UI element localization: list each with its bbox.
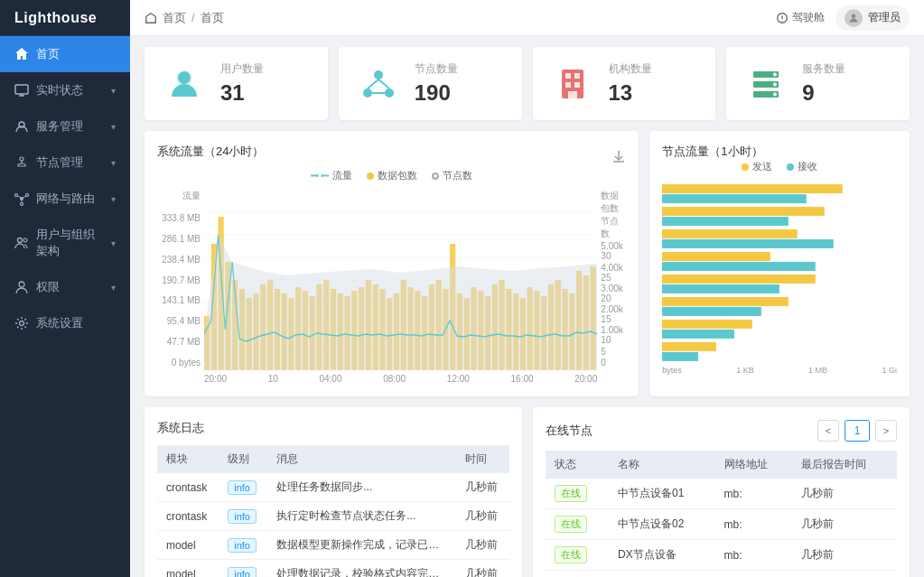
table-row: model info 处理数据记录，校验格式内容完整性... 几秒前 [157, 560, 509, 578]
svg-rect-117 [662, 330, 734, 339]
arrow-icon: ▾ [111, 238, 116, 248]
svg-rect-105 [662, 194, 807, 203]
svg-rect-30 [574, 82, 580, 88]
svg-rect-119 [662, 352, 698, 361]
home-icon [14, 47, 29, 61]
svg-rect-113 [662, 284, 779, 293]
stats-row: 用户数量 31 节点数量 [145, 47, 910, 120]
svg-point-19 [178, 71, 191, 84]
stat-icon-orgs [551, 62, 594, 106]
arrow-icon: ▾ [111, 122, 116, 132]
sidebar-item-realtime[interactable]: 实时状态 ▾ [0, 72, 130, 108]
log-table: 模块 级别 消息 时间 crontask info 处理任务数据同步... 几秒… [157, 445, 509, 577]
node-flow-svg [662, 181, 897, 361]
svg-rect-107 [662, 217, 789, 226]
sidebar-item-node[interactable]: 节点管理 ▾ [0, 144, 130, 181]
svg-rect-114 [662, 297, 789, 306]
stat-card-orgs: 机构数量 13 [533, 47, 716, 120]
node-icon [14, 155, 29, 170]
stat-icon-services [744, 62, 788, 106]
svg-rect-29 [565, 82, 571, 88]
svg-line-24 [378, 79, 389, 88]
nodes-table: 状态 名称 网络地址 最后报告时间 在线 中节点设备01 mb: 几秒前 在线 … [546, 451, 898, 577]
flow-legend: 流量 数据包数 节点数 [157, 169, 626, 182]
sidebar-item-network[interactable]: 网络与路由 ▾ [0, 181, 130, 217]
system-log-card: 系统日志 模块 级别 消息 时间 crontask info 处理任务数据同步.… [145, 407, 522, 577]
svg-rect-104 [662, 184, 843, 193]
stat-card-services: 服务数量 9 [726, 47, 910, 120]
sidebar-item-service[interactable]: 服务管理 ▾ [0, 108, 130, 144]
sidebar: Lighthouse 首页 实时状态 ▾ 服务管理 ▾ 节点管理 ▾ 网络与路由… [0, 0, 130, 577]
page-content: 用户数量 31 节点数量 [130, 36, 924, 577]
sidebar-item-users[interactable]: 用户与组织架构 ▾ [0, 217, 130, 269]
svg-point-39 [318, 174, 322, 177]
users-icon [14, 236, 29, 250]
sidebar-item-home[interactable]: 首页 [0, 36, 130, 72]
monitor-icon [14, 83, 29, 98]
svg-rect-28 [574, 73, 580, 79]
avatar [845, 9, 863, 27]
arrow-icon: ▾ [111, 86, 116, 96]
node-legend: 发送 接收 [662, 160, 897, 173]
admin-menu[interactable]: 管理员 [835, 5, 910, 31]
svg-line-10 [23, 196, 26, 198]
svg-point-17 [852, 14, 856, 18]
system-flow-chart: 系统流量（24小时） 流量 数据包数 节点数 [145, 131, 639, 396]
cockpit-button[interactable]: 驾驶舱 [776, 10, 825, 25]
breadcrumb-icon [145, 12, 157, 24]
svg-line-23 [368, 79, 378, 88]
svg-point-36 [773, 82, 777, 86]
svg-point-13 [23, 238, 27, 242]
svg-rect-116 [662, 320, 752, 329]
user-icon [848, 13, 859, 23]
pagination: < 1 > [817, 420, 897, 442]
svg-rect-106 [662, 207, 825, 216]
table-row: model info 数据模型更新操作完成，记录已同步... 几秒前 [157, 531, 509, 560]
svg-rect-31 [568, 91, 577, 98]
svg-rect-115 [662, 307, 761, 316]
stat-icon-nodes [357, 62, 400, 106]
table-row: crontask info 执行定时检查节点状态任务... 几秒前 [157, 502, 509, 531]
current-page: 1 [845, 420, 870, 442]
stat-card-users: 用户数量 31 [145, 47, 328, 120]
next-page-button[interactable]: > [875, 420, 897, 442]
download-icon[interactable] [611, 149, 626, 163]
rights-icon [14, 280, 29, 294]
arrow-icon: ▾ [111, 158, 116, 168]
prev-page-button[interactable]: < [817, 420, 839, 442]
svg-rect-108 [662, 229, 798, 238]
svg-point-37 [773, 92, 777, 96]
table-row: crontask info 处理任务数据同步... 几秒前 [157, 473, 509, 502]
svg-rect-109 [662, 239, 834, 248]
cockpit-icon [776, 12, 789, 24]
online-nodes-card: 在线节点 < 1 > 状态 名称 网络地址 最后报告时间 [533, 407, 910, 577]
svg-point-22 [385, 88, 394, 98]
arrow-icon: ▾ [111, 194, 116, 204]
svg-point-12 [18, 238, 23, 243]
svg-point-8 [21, 203, 23, 206]
svg-rect-112 [662, 275, 816, 284]
table-row: 在线 DX节点设备 mb: 几秒前 [546, 540, 898, 571]
svg-point-20 [374, 70, 383, 79]
charts-row: 系统流量（24小时） 流量 数据包数 节点数 [145, 131, 910, 396]
svg-point-15 [20, 321, 24, 326]
svg-point-14 [19, 282, 24, 287]
node-flow-chart: 节点流量（1小时） 发送 接收 [649, 131, 910, 396]
svg-rect-118 [662, 342, 716, 351]
app-logo: Lighthouse [0, 0, 130, 36]
table-row: 在线 沙节点设备 mb: 几秒前 [546, 571, 898, 578]
sidebar-item-settings[interactable]: 系统设置 [0, 305, 130, 341]
svg-point-35 [773, 72, 777, 76]
table-row: 在线 中节点设备02 mb: 几秒前 [546, 509, 898, 540]
header-actions: 驾驶舱 管理员 [776, 5, 910, 31]
sidebar-item-rights[interactable]: 权限 ▾ [0, 269, 130, 305]
svg-rect-27 [565, 73, 571, 79]
svg-point-21 [363, 88, 372, 98]
breadcrumb: 首页 / 首页 [145, 10, 224, 26]
flow-svg [204, 190, 597, 370]
stat-icon-users [163, 62, 206, 106]
page-header: 首页 / 首页 驾驶舱 管理员 [130, 0, 924, 36]
service-icon [14, 119, 29, 134]
svg-rect-111 [662, 262, 816, 271]
svg-line-9 [17, 196, 21, 198]
